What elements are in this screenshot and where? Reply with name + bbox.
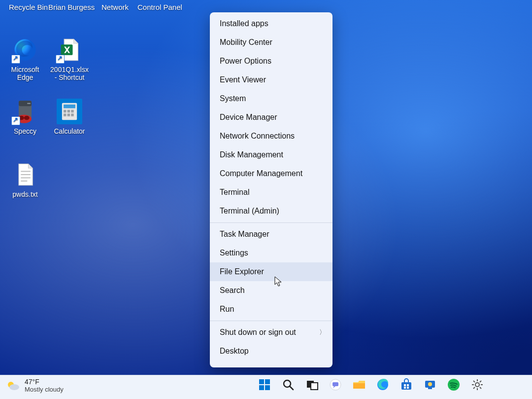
winx-item-device-manager[interactable]: Device Manager: [210, 108, 332, 127]
desktop[interactable]: Recycle Bin Brian Burgess Network Contro…: [0, 0, 532, 375]
winx-item-network-connections[interactable]: Network Connections: [210, 127, 332, 145]
icon-label: Calculator: [49, 127, 90, 135]
menu-separator: [210, 222, 332, 223]
svg-line-51: [480, 381, 481, 382]
speccy-icon: [12, 99, 38, 124]
winx-item-system[interactable]: System: [210, 89, 332, 108]
winx-item-desktop[interactable]: Desktop: [210, 342, 332, 361]
svg-rect-38: [407, 387, 409, 389]
desktop-icon-edge[interactable]: Microsoft Edge: [5, 37, 45, 81]
winx-item-search[interactable]: Search: [210, 281, 332, 300]
winx-item-task-manager[interactable]: Task Manager: [210, 225, 332, 244]
svg-rect-17: [64, 113, 66, 116]
search-icon: [282, 378, 295, 391]
svg-point-6: [24, 116, 30, 120]
winx-item-power-options[interactable]: Power Options: [210, 52, 332, 71]
svg-rect-22: [259, 379, 264, 384]
weather-desc: Mostly cloudy: [25, 386, 64, 393]
chat-icon: [329, 378, 342, 391]
svg-rect-13: [64, 105, 75, 109]
svg-rect-15: [67, 110, 70, 112]
desktop-icon-pwds[interactable]: pwds.txt: [5, 162, 45, 198]
winx-item-terminal-admin[interactable]: Terminal (Admin): [210, 202, 332, 220]
task-view-icon: [305, 378, 318, 391]
desktop-icon-xlsx[interactable]: 2001Q1.xlsx - Shortcut: [49, 37, 90, 81]
winx-item-installed-apps[interactable]: Installed apps: [210, 14, 332, 33]
taskbar-center: [257, 377, 485, 392]
recycle-bin-label[interactable]: Recycle Bin: [9, 3, 48, 11]
svg-rect-14: [64, 110, 66, 112]
edge-icon: [376, 378, 389, 391]
taskbar[interactable]: 47°F Mostly cloudy: [0, 375, 532, 399]
svg-rect-25: [265, 385, 270, 390]
text-file-icon: [12, 162, 38, 187]
svg-rect-31: [332, 382, 338, 386]
weather-temp: 47°F: [25, 378, 64, 386]
store-button[interactable]: [399, 377, 414, 392]
spotify-button[interactable]: [446, 377, 461, 392]
icon-label: Microsoft Edge: [5, 66, 45, 81]
winx-item-shutdown-submenu[interactable]: Shut down or sign out 〉: [210, 323, 332, 342]
file-explorer-button[interactable]: [352, 377, 366, 392]
icon-label: Speccy: [5, 127, 45, 135]
settings-button[interactable]: [470, 377, 485, 392]
winx-item-computer-management[interactable]: Computer Management: [210, 164, 332, 183]
submenu-label: Shut down or sign out: [220, 328, 296, 336]
svg-rect-19: [71, 113, 73, 116]
svg-rect-37: [404, 387, 406, 389]
shortcut-overlay-icon: [56, 55, 65, 64]
winx-item-file-explorer[interactable]: File Explorer: [210, 262, 332, 281]
svg-point-43: [475, 383, 479, 387]
edge-button[interactable]: [375, 377, 390, 392]
svg-point-21: [9, 384, 19, 390]
svg-point-41: [428, 382, 432, 386]
network-label[interactable]: Network: [101, 3, 129, 11]
winx-item-mobility-center[interactable]: Mobility Center: [210, 33, 332, 52]
start-icon: [258, 378, 271, 391]
svg-rect-23: [265, 379, 270, 384]
svg-rect-16: [71, 110, 73, 112]
edge-icon: [12, 37, 38, 63]
tips-button[interactable]: [423, 377, 437, 392]
svg-rect-29: [311, 383, 318, 390]
tips-icon: [424, 378, 436, 391]
weather-icon: [6, 379, 20, 393]
excel-file-icon: [57, 37, 82, 63]
winx-item-disk-management[interactable]: Disk Management: [210, 145, 332, 164]
svg-rect-34: [401, 382, 411, 390]
search-button[interactable]: [281, 377, 296, 392]
svg-rect-24: [259, 385, 264, 390]
winx-item-settings[interactable]: Settings: [210, 244, 332, 262]
svg-line-49: [480, 387, 481, 389]
svg-rect-32: [353, 383, 365, 389]
file-explorer-icon: [352, 378, 366, 391]
chevron-right-icon: 〉: [319, 327, 326, 337]
svg-rect-35: [404, 384, 406, 386]
shortcut-overlay-icon: [11, 116, 20, 125]
winx-item-terminal[interactable]: Terminal: [210, 183, 332, 202]
winx-item-event-viewer[interactable]: Event Viewer: [210, 71, 332, 89]
svg-line-50: [473, 387, 475, 389]
icon-label: pwds.txt: [5, 190, 45, 198]
svg-rect-40: [428, 388, 432, 389]
desktop-icon-calculator[interactable]: Calculator: [49, 99, 90, 135]
weather-widget[interactable]: 47°F Mostly cloudy: [6, 378, 64, 393]
store-icon: [400, 378, 413, 391]
menu-separator: [210, 321, 332, 321]
user-folder-label[interactable]: Brian Burgess: [48, 3, 95, 11]
shortcut-overlay-icon: [11, 55, 20, 64]
desktop-icon-speccy[interactable]: Speccy: [5, 99, 45, 135]
svg-line-48: [473, 381, 475, 382]
svg-rect-18: [67, 113, 70, 116]
winx-menu[interactable]: Installed apps Mobility Center Power Opt…: [210, 12, 332, 367]
icon-label: 2001Q1.xlsx - Shortcut: [49, 66, 90, 81]
chat-button[interactable]: [328, 377, 343, 392]
control-panel-label[interactable]: Control Panel: [137, 3, 182, 11]
svg-line-27: [290, 386, 293, 390]
start-button[interactable]: [257, 377, 272, 392]
svg-rect-36: [407, 384, 409, 386]
task-view-button[interactable]: [304, 377, 319, 392]
winx-item-run[interactable]: Run: [210, 300, 332, 319]
svg-rect-3: [27, 103, 30, 104]
spotify-icon: [447, 378, 460, 391]
